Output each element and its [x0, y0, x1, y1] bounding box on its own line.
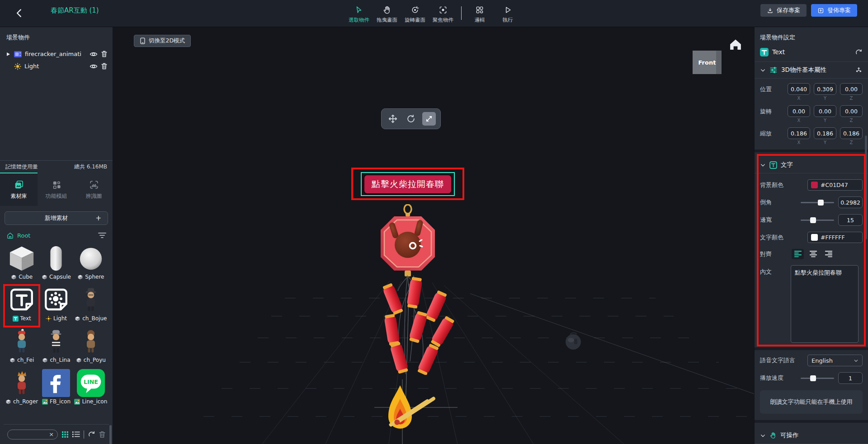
switch-2d-mode-button[interactable]: 切換至2D模式: [134, 35, 191, 47]
scene-object-firecracker[interactable]: firecracker_animati: [6, 48, 107, 60]
position-y-input[interactable]: 0.309: [814, 83, 836, 95]
divider: [755, 173, 868, 173]
speech-language-row: 語音文字語言 English: [760, 355, 863, 366]
text-section-header[interactable]: 文字: [760, 157, 863, 173]
list-view-icon[interactable]: [72, 431, 80, 438]
operable-section-header[interactable]: 可操作: [760, 427, 863, 444]
tool-run[interactable]: 執行: [495, 3, 520, 23]
asset-capsule[interactable]: Capsule: [39, 244, 73, 281]
refresh-icon[interactable]: [855, 48, 863, 56]
asset-ch-bojue[interactable]: ch_Bojue: [74, 285, 108, 322]
asset-light[interactable]: Light: [39, 285, 73, 322]
scene-object-light[interactable]: Light: [6, 60, 107, 72]
asset-sphere[interactable]: Sphere: [74, 244, 108, 281]
move-tool-button[interactable]: [386, 112, 400, 126]
slider-thumb[interactable]: [818, 200, 824, 206]
tool-rotate-view[interactable]: 旋轉畫面: [402, 3, 428, 23]
asset-text[interactable]: Text: [5, 285, 39, 322]
position-z-input[interactable]: 0.00: [840, 83, 863, 95]
axis-x-label: X: [797, 140, 801, 145]
rotate-tool-button[interactable]: [404, 112, 418, 126]
editor-app: 春節AR互動 (1) 選取物件 拖曳畫面 旋轉畫面 聚焦物件 邏輯: [0, 0, 868, 444]
align-left-button[interactable]: [792, 249, 804, 259]
sort-filter-icon[interactable]: [98, 232, 106, 238]
gizmo-axis-icon[interactable]: [855, 66, 863, 74]
align-center-button[interactable]: [807, 249, 819, 259]
view-cube-front[interactable]: Front: [693, 51, 722, 74]
content-textarea[interactable]: 點擊火柴拉開春聯: [791, 265, 859, 343]
trash-icon[interactable]: [99, 431, 105, 438]
tab-assets-library[interactable]: 素材庫: [0, 173, 38, 206]
text-section-title: 文字: [781, 161, 863, 169]
rotation-x-input[interactable]: 0.00: [788, 105, 810, 117]
align-right-button[interactable]: [822, 249, 835, 259]
text-object-3d[interactable]: 點擊火柴拉開春聯: [364, 175, 451, 193]
scale-x-input[interactable]: 0.186: [788, 127, 810, 139]
text-thumbnail: [9, 285, 34, 314]
transform-section-title: 3D物件基本屬性: [781, 66, 851, 74]
add-asset-button[interactable]: 新增素材 +: [5, 211, 108, 225]
speech-language-select[interactable]: English: [807, 355, 863, 366]
asset-search-input[interactable]: ×: [7, 430, 58, 439]
refresh-icon[interactable]: [88, 430, 95, 438]
chevron-down-icon: [760, 433, 766, 439]
tool-focus-object[interactable]: 聚焦物件: [430, 3, 456, 23]
playback-speed-slider[interactable]: [801, 378, 834, 379]
slider-thumb[interactable]: [810, 375, 816, 381]
trash-icon[interactable]: [101, 51, 107, 57]
upload-icon: [817, 7, 824, 14]
scale-y-input[interactable]: 0.186: [814, 127, 836, 139]
asset-ch-poyu[interactable]: ch_Poyu: [74, 327, 108, 364]
home-view-button[interactable]: [729, 38, 742, 51]
tab-function-modules[interactable]: 功能模組: [38, 173, 75, 206]
left-panel-scrollbar[interactable]: [109, 425, 112, 444]
tab-recognition-images[interactable]: 辨識圖: [75, 173, 113, 206]
position-x-input[interactable]: 0.040: [788, 83, 810, 95]
visibility-eye-icon[interactable]: [90, 51, 98, 57]
clear-search-icon[interactable]: ×: [49, 431, 54, 437]
asset-cube[interactable]: Cube: [5, 244, 39, 281]
library-breadcrumb: Root: [4, 229, 109, 242]
tool-pan-view[interactable]: 拖曳畫面: [374, 3, 400, 23]
scale-tool-button[interactable]: [422, 112, 436, 126]
root-folder-label[interactable]: Root: [17, 232, 95, 239]
grid-view-icon[interactable]: [61, 431, 69, 438]
viewport-3d[interactable]: 切換至2D模式 Front 點擊火柴拉開春聯: [113, 27, 754, 444]
asset-ch-fei[interactable]: ch_Fei: [5, 327, 39, 364]
tool-select-object[interactable]: 選取物件: [346, 3, 372, 23]
trash-icon[interactable]: [101, 63, 107, 70]
transform-section-header[interactable]: 3D物件基本屬性: [760, 62, 863, 78]
background-color-row: 背景顏色 #C01D47: [760, 179, 863, 191]
publish-label: 發佈專案: [827, 6, 851, 14]
bevel-value-input[interactable]: 0.2982: [838, 196, 863, 208]
border-width-slider[interactable]: [801, 220, 834, 221]
rotation-y-input[interactable]: 0.00: [814, 105, 836, 117]
asset-name: ch_Roger: [13, 398, 38, 405]
home-folder-icon[interactable]: [6, 232, 14, 239]
save-project-button[interactable]: 保存專案: [760, 4, 807, 17]
asset-ch-lina[interactable]: ch_Lina: [39, 327, 73, 364]
slider-thumb[interactable]: [810, 217, 816, 223]
text-color-picker[interactable]: #FFFFFF: [807, 232, 863, 243]
asset-name: Line_icon: [82, 398, 107, 405]
play-icon: [503, 5, 512, 15]
asset-fb-icon[interactable]: FB_icon: [39, 369, 73, 406]
back-button[interactable]: [14, 7, 25, 19]
playback-speed-value-input[interactable]: 1: [838, 372, 863, 384]
firecrackers-object[interactable]: [377, 276, 457, 375]
asset-line-icon[interactable]: LINE Line_icon: [74, 369, 108, 406]
match-flame-object[interactable]: [382, 377, 442, 440]
scale-z-input[interactable]: 0.186: [840, 127, 863, 139]
visibility-eye-icon[interactable]: [90, 63, 98, 70]
tool-logic[interactable]: 邏輯: [467, 3, 492, 23]
caret-right-icon[interactable]: [6, 52, 11, 56]
asset-ch-roger[interactable]: ch_Roger: [5, 369, 39, 406]
right-panel-scrollbar[interactable]: [865, 136, 867, 239]
playback-speed-label: 播放速度: [760, 374, 790, 382]
border-width-value-input[interactable]: 15: [838, 214, 863, 226]
publish-project-button[interactable]: 發佈專案: [811, 4, 857, 17]
rotation-z-input[interactable]: 0.00: [840, 105, 863, 117]
bevel-slider[interactable]: [801, 202, 834, 203]
background-color-picker[interactable]: #C01D47: [807, 179, 863, 191]
bomb-object[interactable]: [563, 331, 584, 351]
